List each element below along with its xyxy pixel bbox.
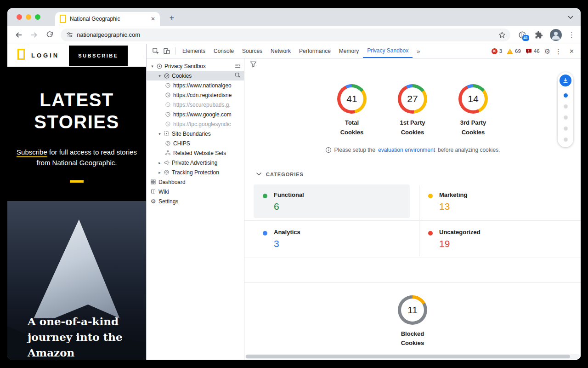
forward-button[interactable] — [29, 30, 39, 40]
cookie-icon — [163, 73, 170, 79]
tree-item-private-advertising[interactable]: ▸ Private Advertising — [147, 158, 244, 167]
devtools-tab-privacy-sandbox[interactable]: Privacy Sandbox — [363, 44, 413, 58]
latest-stories-heading: LATEST STORIES — [24, 67, 130, 133]
error-count-badge[interactable]: ✕ 3 — [492, 48, 502, 54]
reload-button[interactable] — [45, 30, 54, 40]
back-button[interactable] — [14, 30, 23, 40]
collapsed-triangle-icon[interactable]: ▸ — [157, 170, 163, 175]
scrollbar-thumb[interactable] — [246, 355, 570, 358]
new-tab-button[interactable]: + — [166, 13, 177, 24]
privacy-sandbox-tree: ▾ Privacy Sandbox ▾ Cookies https://www.… — [147, 58, 244, 360]
hero-photo[interactable]: A one-of-a-kind journey into the Amazon — [7, 201, 146, 360]
category-functional[interactable]: Functional 6 — [244, 184, 419, 221]
yellow-divider — [70, 180, 84, 183]
evaluation-environment-link[interactable]: evaluation environment — [378, 147, 435, 153]
category-uncategorized[interactable]: Uncategorized 19 — [419, 221, 581, 258]
tree-item-related-website-sets[interactable]: Related Website Sets — [147, 148, 244, 158]
tree-item-cookies[interactable]: ▾ Cookies — [147, 71, 244, 80]
more-tabs-icon[interactable]: » — [413, 45, 424, 58]
collapsed-triangle-icon[interactable]: ▸ — [157, 161, 163, 165]
download-report-button[interactable] — [560, 75, 571, 86]
tracking-protection-icon — [163, 169, 170, 175]
tree-item-tracking-protection[interactable]: ▸ Tracking Protection — [147, 167, 244, 177]
section-dot-active[interactable] — [564, 93, 568, 98]
address-bar: nationalgeographic.com 41 ⋮ — [7, 26, 581, 44]
tab-title: National Geographic — [70, 16, 147, 22]
promo-text: Subscribe for full access to read storie… — [13, 147, 140, 168]
device-toolbar-icon[interactable] — [161, 45, 172, 57]
warning-count-badge[interactable]: 69 — [507, 48, 521, 54]
devtools-tab-performance[interactable]: Performance — [295, 45, 335, 58]
tree-item-url-securepubads[interactable]: https://securepubads.g. — [147, 100, 244, 109]
devtools-menu-icon[interactable]: ⋮ — [555, 48, 562, 55]
category-marketing[interactable]: Marketing 13 — [419, 184, 581, 221]
natgeo-logo[interactable] — [17, 49, 25, 60]
categories-section-header[interactable]: CATEGORIES — [244, 172, 581, 177]
third-party-cookies-donut: 14 — [458, 84, 488, 114]
login-button[interactable]: LOGIN — [31, 52, 59, 59]
browser-tab[interactable]: National Geographic ✕ — [55, 12, 160, 26]
devtools-settings-icon[interactable]: ⚙ — [544, 48, 550, 55]
expand-triangle-icon[interactable]: ▾ — [157, 132, 163, 136]
devtools-tab-network[interactable]: Network — [266, 45, 295, 58]
devtools-tab-elements[interactable]: Elements — [178, 45, 209, 58]
devtools-toolbar: Elements Console Sources Network Perform… — [147, 44, 581, 58]
setup-info-banner: Please setup the evaluation environment … — [244, 147, 581, 153]
fullscreen-window-button[interactable] — [35, 14, 40, 20]
uncategorized-dot — [428, 231, 433, 236]
devtools-tab-sources[interactable]: Sources — [238, 45, 266, 58]
section-dot[interactable] — [564, 126, 568, 131]
close-window-button[interactable] — [17, 14, 22, 20]
url-bar[interactable]: nationalgeographic.com — [61, 29, 510, 41]
tree-item-wiki[interactable]: Wiki — [147, 187, 244, 196]
categories-grid: Functional 6 Marketing 13 — [244, 184, 581, 258]
clock-icon — [164, 92, 172, 98]
third-party-cookies-chart: 14 3rd Party Cookies — [450, 84, 496, 138]
profile-avatar[interactable] — [550, 29, 562, 41]
tree-item-url-googlesyndication[interactable]: https://tpc.googlesyndic — [147, 119, 244, 129]
section-dot[interactable] — [564, 138, 568, 142]
section-dot[interactable] — [564, 104, 568, 109]
panel-side-toolbar — [558, 72, 573, 147]
tree-item-dashboard[interactable]: Dashboard — [147, 177, 244, 187]
browser-menu-icon[interactable]: ⋮ — [568, 31, 575, 38]
tree-item-privacy-sandbox[interactable]: ▾ Privacy Sandbox — [147, 61, 244, 71]
tree-item-url-nationalgeographic[interactable]: https://www.nationalgeo — [147, 80, 244, 90]
devtools-close-icon[interactable]: ✕ — [566, 48, 577, 54]
horizontal-scrollbar[interactable] — [245, 354, 580, 359]
site-settings-icon[interactable] — [66, 31, 73, 38]
url-text[interactable]: nationalgeographic.com — [77, 31, 140, 38]
filter-icon[interactable] — [250, 61, 257, 68]
devtools-tab-console[interactable]: Console — [209, 45, 238, 58]
tree-item-site-boundaries[interactable]: ▾ Site Boundaries — [147, 129, 244, 138]
tree-item-url-google[interactable]: https://www.google.com — [147, 109, 244, 119]
natgeo-favicon-icon — [60, 15, 66, 23]
info-icon — [325, 147, 332, 153]
expand-triangle-icon[interactable]: ▾ — [157, 74, 163, 78]
dashboard-icon — [149, 179, 157, 185]
issues-count-badge[interactable]: 46 — [526, 48, 540, 54]
hero-photo-title[interactable]: A one-of-a-kind journey into the Amazon — [28, 314, 138, 360]
blocked-cookies-donut: 11 — [398, 295, 427, 325]
devtools-tab-memory[interactable]: Memory — [335, 45, 363, 58]
tab-close-icon[interactable]: ✕ — [151, 16, 155, 22]
subscribe-link[interactable]: Subscribe — [17, 148, 47, 157]
ads-icon — [163, 160, 170, 166]
subscribe-button[interactable]: SUBSCRIBE — [69, 46, 128, 66]
tree-item-url-cdn-registerdisney[interactable]: https://cdn.registerdisne — [147, 90, 244, 100]
tab-search-chevron-icon[interactable] — [566, 13, 575, 22]
cookie-extension-icon[interactable]: 41 — [517, 29, 528, 40]
bookmark-star-icon[interactable] — [498, 31, 506, 39]
tree-item-settings[interactable]: ⚙ Settings — [147, 196, 244, 206]
extensions-puzzle-icon[interactable] — [534, 30, 543, 40]
inspect-target-icon[interactable] — [235, 72, 241, 79]
blocked-cookies-chart: 11 Blocked Cookies — [390, 295, 435, 349]
collapse-all-icon[interactable] — [234, 63, 241, 69]
tree-item-chips[interactable]: CHIPS — [147, 138, 244, 148]
minimize-window-button[interactable] — [26, 14, 31, 20]
category-analytics[interactable]: Analytics 3 — [244, 221, 419, 258]
inspect-element-icon[interactable] — [150, 45, 161, 57]
section-dot[interactable] — [564, 115, 568, 120]
book-icon — [149, 189, 157, 195]
expand-triangle-icon[interactable]: ▾ — [149, 64, 155, 69]
